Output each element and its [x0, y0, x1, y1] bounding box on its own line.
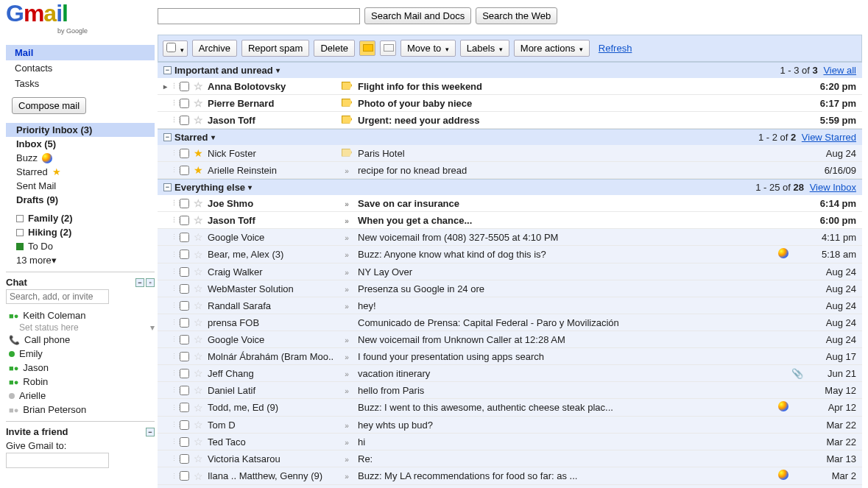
important-marker-icon[interactable] [342, 149, 352, 157]
nav-tasks[interactable]: Tasks [6, 76, 155, 91]
chat-collapse-icon[interactable]: − [135, 278, 144, 287]
important-marker-icon[interactable] [342, 116, 352, 124]
star-icon[interactable]: ☆ [194, 283, 203, 294]
row-checkbox[interactable] [180, 403, 189, 412]
folder-buzz[interactable]: Buzz [6, 151, 155, 165]
drag-handle-icon[interactable]: ⋮⋮ [171, 438, 175, 445]
chat-contact[interactable]: Arielle [6, 389, 155, 403]
archive-button[interactable]: Archive [192, 40, 237, 57]
mail-row[interactable]: ⋮⋮ ☆ Bear, me, Alex (3) » Buzz: Anyone k… [158, 246, 862, 264]
section-collapse-icon[interactable]: − [163, 66, 172, 74]
mail-row[interactable]: ▸ ⋮⋮ ☆ Anna Bolotovsky Flight info for t… [158, 78, 862, 95]
marker-icon[interactable]: » [345, 303, 349, 311]
nav-mail[interactable]: Mail [6, 45, 155, 60]
chat-contact[interactable]: ■●Brian Peterson [6, 403, 155, 417]
star-icon[interactable]: ☆ [194, 333, 203, 345]
star-icon[interactable]: ★ [194, 147, 203, 159]
mail-row[interactable]: ⋮⋮ ☆ Ted Taco » hi Mar 22 [158, 434, 862, 450]
drag-handle-icon[interactable]: ⋮⋮ [171, 386, 175, 394]
row-checkbox[interactable] [180, 233, 189, 242]
mail-row[interactable]: ⋮⋮ ☆ Jeff Chang » vacation itinerary 📎 J… [158, 365, 862, 382]
mail-row[interactable]: ⋮⋮ ☆ Todd, me, Ed (9) Buzz: I went to th… [158, 399, 862, 417]
star-icon[interactable]: ☆ [194, 367, 203, 379]
mail-row[interactable]: ⋮⋮ ☆ Pierre Bernard Photo of your baby n… [158, 95, 862, 112]
section-view-link[interactable]: View Inbox [810, 182, 856, 193]
drag-handle-icon[interactable]: ⋮⋮ [171, 369, 175, 377]
row-checkbox[interactable] [180, 335, 189, 344]
mail-row[interactable]: ⋮⋮ ★ Nick Foster Paris Hotel Aug 24 [158, 145, 862, 162]
star-icon[interactable]: ☆ [194, 197, 203, 209]
drag-handle-icon[interactable]: ⋮⋮ [171, 319, 175, 326]
label-todo[interactable]: To Do [6, 239, 155, 253]
chevron-down-icon[interactable]: ▾ [248, 183, 252, 191]
drag-handle-icon[interactable]: ⋮⋮ [171, 421, 175, 428]
row-checkbox[interactable] [180, 82, 189, 91]
drag-handle-icon[interactable]: ⋮⋮ [171, 99, 175, 107]
marker-icon[interactable]: » [345, 167, 349, 175]
star-icon[interactable]: ☆ [194, 97, 203, 109]
chat-call-phone[interactable]: 📞Call phone [6, 333, 155, 347]
row-checkbox[interactable] [180, 250, 189, 259]
folder-drafts[interactable]: Drafts (9) [6, 193, 155, 207]
folder-sent[interactable]: Sent Mail [6, 179, 155, 193]
marker-icon[interactable]: » [345, 353, 349, 361]
star-icon[interactable]: ☆ [194, 80, 203, 92]
chat-popout-icon[interactable]: ▫ [146, 278, 155, 287]
mail-row[interactable]: ⋮⋮ ☆ Daniel Latif » hello from Paris May… [158, 382, 862, 399]
mark-unimportant-button[interactable] [380, 40, 396, 56]
marker-icon[interactable]: » [345, 370, 349, 378]
marker-icon[interactable]: » [345, 217, 349, 225]
important-marker-icon[interactable] [342, 82, 352, 90]
mail-row[interactable]: ⋮⋮ ☆ Craig Walker » NY Lay Over Aug 24 [158, 264, 862, 280]
marker-icon[interactable]: » [345, 286, 349, 294]
row-checkbox[interactable] [180, 301, 189, 311]
folder-starred[interactable]: Starred ★ [6, 165, 155, 179]
drag-handle-icon[interactable]: ⋮⋮ [171, 336, 175, 343]
drag-handle-icon[interactable]: ⋮⋮ [171, 404, 175, 411]
marker-icon[interactable]: » [345, 336, 349, 344]
mail-row[interactable]: ⋮⋮ ☆ Jason Toff » When you get a chance.… [158, 212, 862, 229]
drag-handle-icon[interactable]: ⋮⋮ [171, 251, 175, 258]
mail-row[interactable]: ⋮⋮ ☆ Ilana .. Matthew, Genny (9) » Buzz:… [158, 467, 862, 485]
drag-handle-icon[interactable]: ⋮⋮ [171, 302, 175, 309]
star-icon[interactable]: ☆ [194, 300, 203, 311]
folder-priority-inbox[interactable]: Priority Inbox (3) [6, 123, 155, 137]
drag-handle-icon[interactable]: ⋮⋮ [171, 353, 175, 360]
row-checkbox[interactable] [180, 471, 189, 481]
folder-inbox[interactable]: Inbox (5) [6, 137, 155, 151]
star-icon[interactable]: ☆ [194, 453, 203, 464]
label-family[interactable]: Family (2) [6, 211, 155, 225]
mail-row[interactable]: ⋮⋮ ☆ WebMaster Solution » Presenza su Go… [158, 280, 862, 297]
row-checkbox[interactable] [180, 267, 189, 277]
row-checkbox[interactable] [180, 284, 189, 294]
compose-button[interactable]: Compose mail [12, 97, 86, 114]
select-all-checkbox[interactable]: ▾ [163, 40, 188, 57]
drag-handle-icon[interactable]: ⋮⋮ [171, 285, 175, 292]
star-icon[interactable]: ☆ [194, 249, 203, 261]
marker-icon[interactable]: » [345, 251, 349, 259]
chevron-down-icon[interactable]: ▾ [276, 66, 280, 74]
drag-handle-icon[interactable]: ⋮⋮ [171, 116, 175, 124]
row-checkbox[interactable] [180, 352, 189, 361]
mail-row[interactable]: ⋮⋮ ☆ Molnár Ábrahám (Bram Moo.. » I foun… [158, 348, 862, 365]
chat-me[interactable]: ■●Keith Coleman [6, 308, 155, 322]
row-checkbox[interactable] [180, 318, 189, 328]
chat-search-input[interactable] [6, 289, 109, 304]
marker-icon[interactable]: » [345, 422, 349, 430]
chat-status[interactable]: Set status here▾ [6, 322, 155, 333]
invite-collapse-icon[interactable]: − [146, 428, 155, 436]
mail-row[interactable]: ⋮⋮ ☆ Victoria Katsarou » Re: Mar 13 [158, 450, 862, 467]
drag-handle-icon[interactable]: ⋮⋮ [171, 82, 175, 90]
row-checkbox[interactable] [180, 199, 189, 208]
row-checkbox[interactable] [180, 149, 189, 158]
mail-row[interactable]: ⋮⋮ ☆ Google Voice » New voicemail from U… [158, 331, 862, 348]
star-icon[interactable]: ☆ [194, 317, 203, 328]
mail-row[interactable]: ⋮⋮ ☆ Google Voice » New voicemail from (… [158, 229, 862, 246]
drag-handle-icon[interactable]: ⋮⋮ [171, 199, 175, 207]
drag-handle-icon[interactable]: ⋮⋮ [171, 233, 175, 241]
marker-icon[interactable]: » [345, 473, 349, 481]
nav-contacts[interactable]: Contacts [6, 60, 155, 76]
drag-handle-icon[interactable]: ⋮⋮ [171, 149, 175, 157]
star-icon[interactable]: ☆ [194, 350, 203, 362]
row-checkbox[interactable] [180, 116, 189, 125]
